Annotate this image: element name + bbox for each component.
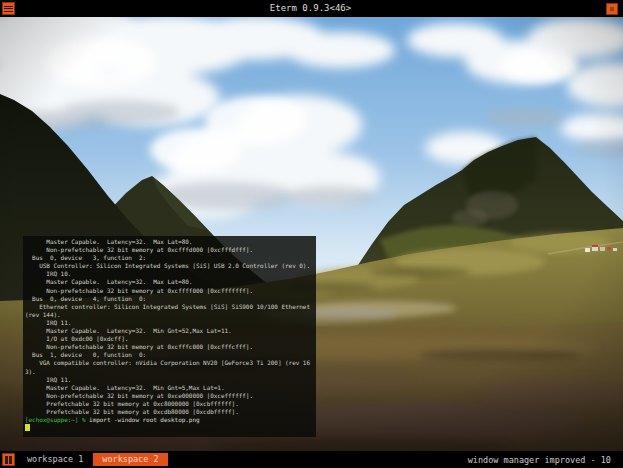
terminal-line: Master Capable. Latency=32. Max Lat=80. [25,278,314,286]
workspace-2-button[interactable]: workspace 2 [93,453,167,466]
terminal-line: Non-prefetchable 32 bit memory at 0xcfff… [25,246,314,254]
terminal-line: Non-prefetchable 32 bit memory at 0xce00… [25,392,314,400]
terminal-line: Bus 0, device 3, function 2: [25,254,314,262]
terminal-output: Master Capable. Latency=32. Max Lat=80. … [25,238,314,416]
terminal-line: IRQ 11. [25,319,314,327]
terminal-line: Prefetchable 32 bit memory at 0xc8000000… [25,400,314,408]
terminal-line: (rev 144). [25,311,314,319]
terminal-cursor-line [25,424,314,432]
terminal-line: Bus 1, device 0, function 0: [25,351,314,359]
shell-command: import -window root desktop.png [86,416,200,423]
terminal-line: Master Capable. Latency=32. Min Gnt=5,Ma… [25,384,314,392]
terminal-prompt-line: [echox@suppe:~] % import -window root de… [25,416,314,424]
terminal-line: Non-prefetchable 32 bit memory at 0xcfff… [25,287,314,295]
window-menu-button[interactable] [2,2,15,15]
terminal-line: Ethernet controller: Silicon Integrated … [25,303,314,311]
workspace-1-button[interactable]: workspace 1 [23,453,87,466]
shell-prompt: [echox@suppe:~] % [25,416,86,423]
window-iconify-button[interactable] [606,3,618,15]
terminal-line: Master Capable. Latency=32. Max Lat=80. [25,238,314,246]
window-title: Eterm 0.9.3<46> [15,0,606,17]
terminal-line: IRQ 10. [25,270,314,278]
terminal-line: Non-prefetchable 32 bit memory at 0xcfff… [25,343,314,351]
terminal-window[interactable]: Master Capable. Latency=32. Max Lat=80. … [23,236,316,437]
terminal-line: VGA compatible controller: nVidia Corpor… [25,359,314,367]
taskbar: workspace 1 workspace 2 window manager i… [0,451,623,468]
titlebar: Eterm 0.9.3<46> [0,0,623,17]
terminal-line: Bus 0, device 4, function 0: [25,295,314,303]
terminal-cursor[interactable] [25,424,30,431]
terminal-line: 3). [25,368,314,376]
terminal-line: IRQ 11. [25,376,314,384]
wm-status-text: window manager improved - 10 [468,455,611,465]
terminal-line: USB Controller: Silicon Integrated Syste… [25,262,314,270]
terminal-line: I/O at 0xdc00 [0xdcff]. [25,335,314,343]
terminal-line: Master Capable. Latency=32. Min Gnt=52,M… [25,327,314,335]
taskbar-menu-button[interactable] [2,453,15,466]
terminal-line: Prefetchable 32 bit memory at 0xcdb80000… [25,408,314,416]
iconify-icon [610,7,614,11]
